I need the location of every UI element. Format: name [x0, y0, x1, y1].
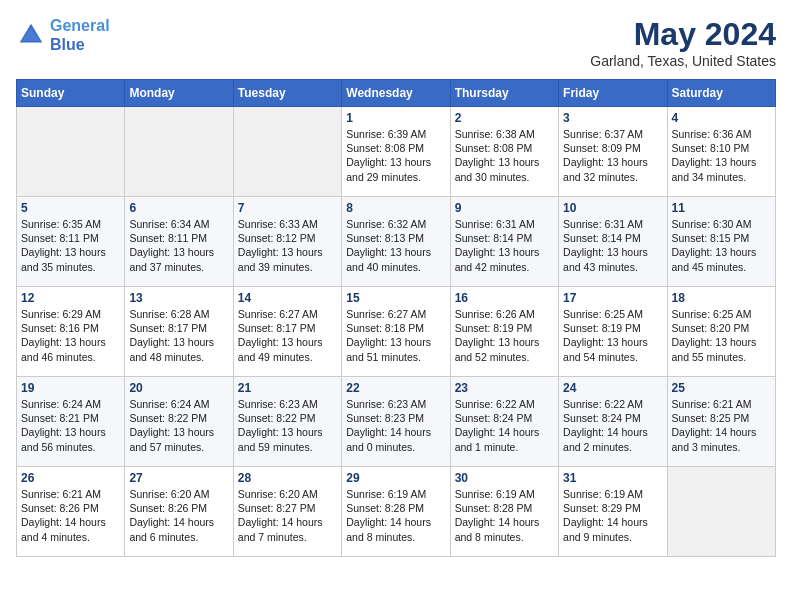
day-cell: 30Sunrise: 6:19 AMSunset: 8:28 PMDayligh…: [450, 467, 558, 557]
week-row-2: 5Sunrise: 6:35 AMSunset: 8:11 PMDaylight…: [17, 197, 776, 287]
day-info: Sunrise: 6:23 AMSunset: 8:23 PMDaylight:…: [346, 397, 445, 454]
day-number: 9: [455, 201, 554, 215]
day-info: Sunrise: 6:25 AMSunset: 8:20 PMDaylight:…: [672, 307, 771, 364]
day-cell: 14Sunrise: 6:27 AMSunset: 8:17 PMDayligh…: [233, 287, 341, 377]
day-cell: 25Sunrise: 6:21 AMSunset: 8:25 PMDayligh…: [667, 377, 775, 467]
day-info: Sunrise: 6:33 AMSunset: 8:12 PMDaylight:…: [238, 217, 337, 274]
day-number: 16: [455, 291, 554, 305]
day-cell: 6Sunrise: 6:34 AMSunset: 8:11 PMDaylight…: [125, 197, 233, 287]
day-number: 15: [346, 291, 445, 305]
week-row-1: 1Sunrise: 6:39 AMSunset: 8:08 PMDaylight…: [17, 107, 776, 197]
day-info: Sunrise: 6:24 AMSunset: 8:21 PMDaylight:…: [21, 397, 120, 454]
logo: General Blue: [16, 16, 110, 54]
day-cell: 22Sunrise: 6:23 AMSunset: 8:23 PMDayligh…: [342, 377, 450, 467]
day-cell: 12Sunrise: 6:29 AMSunset: 8:16 PMDayligh…: [17, 287, 125, 377]
day-cell: 27Sunrise: 6:20 AMSunset: 8:26 PMDayligh…: [125, 467, 233, 557]
day-info: Sunrise: 6:19 AMSunset: 8:29 PMDaylight:…: [563, 487, 662, 544]
calendar-table: SundayMondayTuesdayWednesdayThursdayFrid…: [16, 79, 776, 557]
day-number: 14: [238, 291, 337, 305]
day-number: 11: [672, 201, 771, 215]
day-info: Sunrise: 6:35 AMSunset: 8:11 PMDaylight:…: [21, 217, 120, 274]
day-number: 24: [563, 381, 662, 395]
day-info: Sunrise: 6:31 AMSunset: 8:14 PMDaylight:…: [455, 217, 554, 274]
day-cell: 10Sunrise: 6:31 AMSunset: 8:14 PMDayligh…: [559, 197, 667, 287]
day-number: 19: [21, 381, 120, 395]
day-info: Sunrise: 6:39 AMSunset: 8:08 PMDaylight:…: [346, 127, 445, 184]
day-cell: 31Sunrise: 6:19 AMSunset: 8:29 PMDayligh…: [559, 467, 667, 557]
day-info: Sunrise: 6:36 AMSunset: 8:10 PMDaylight:…: [672, 127, 771, 184]
day-info: Sunrise: 6:19 AMSunset: 8:28 PMDaylight:…: [455, 487, 554, 544]
day-header-tuesday: Tuesday: [233, 80, 341, 107]
day-cell: 7Sunrise: 6:33 AMSunset: 8:12 PMDaylight…: [233, 197, 341, 287]
day-info: Sunrise: 6:24 AMSunset: 8:22 PMDaylight:…: [129, 397, 228, 454]
day-number: 26: [21, 471, 120, 485]
day-number: 3: [563, 111, 662, 125]
day-info: Sunrise: 6:38 AMSunset: 8:08 PMDaylight:…: [455, 127, 554, 184]
day-info: Sunrise: 6:30 AMSunset: 8:15 PMDaylight:…: [672, 217, 771, 274]
day-number: 10: [563, 201, 662, 215]
day-number: 7: [238, 201, 337, 215]
day-info: Sunrise: 6:27 AMSunset: 8:17 PMDaylight:…: [238, 307, 337, 364]
day-info: Sunrise: 6:22 AMSunset: 8:24 PMDaylight:…: [455, 397, 554, 454]
day-info: Sunrise: 6:21 AMSunset: 8:25 PMDaylight:…: [672, 397, 771, 454]
day-cell: [667, 467, 775, 557]
day-number: 2: [455, 111, 554, 125]
day-number: 28: [238, 471, 337, 485]
day-header-sunday: Sunday: [17, 80, 125, 107]
day-info: Sunrise: 6:29 AMSunset: 8:16 PMDaylight:…: [21, 307, 120, 364]
day-cell: 28Sunrise: 6:20 AMSunset: 8:27 PMDayligh…: [233, 467, 341, 557]
day-header-saturday: Saturday: [667, 80, 775, 107]
day-cell: 16Sunrise: 6:26 AMSunset: 8:19 PMDayligh…: [450, 287, 558, 377]
day-info: Sunrise: 6:27 AMSunset: 8:18 PMDaylight:…: [346, 307, 445, 364]
day-info: Sunrise: 6:21 AMSunset: 8:26 PMDaylight:…: [21, 487, 120, 544]
day-number: 30: [455, 471, 554, 485]
day-cell: 17Sunrise: 6:25 AMSunset: 8:19 PMDayligh…: [559, 287, 667, 377]
day-cell: 29Sunrise: 6:19 AMSunset: 8:28 PMDayligh…: [342, 467, 450, 557]
day-info: Sunrise: 6:37 AMSunset: 8:09 PMDaylight:…: [563, 127, 662, 184]
week-row-3: 12Sunrise: 6:29 AMSunset: 8:16 PMDayligh…: [17, 287, 776, 377]
day-info: Sunrise: 6:25 AMSunset: 8:19 PMDaylight:…: [563, 307, 662, 364]
day-number: 31: [563, 471, 662, 485]
page-header: General Blue May 2024 Garland, Texas, Un…: [16, 16, 776, 69]
day-cell: 5Sunrise: 6:35 AMSunset: 8:11 PMDaylight…: [17, 197, 125, 287]
day-header-thursday: Thursday: [450, 80, 558, 107]
calendar-header: SundayMondayTuesdayWednesdayThursdayFrid…: [17, 80, 776, 107]
day-number: 23: [455, 381, 554, 395]
day-cell: 11Sunrise: 6:30 AMSunset: 8:15 PMDayligh…: [667, 197, 775, 287]
day-number: 6: [129, 201, 228, 215]
subtitle: Garland, Texas, United States: [590, 53, 776, 69]
day-number: 27: [129, 471, 228, 485]
day-info: Sunrise: 6:22 AMSunset: 8:24 PMDaylight:…: [563, 397, 662, 454]
day-cell: 9Sunrise: 6:31 AMSunset: 8:14 PMDaylight…: [450, 197, 558, 287]
main-title: May 2024: [590, 16, 776, 53]
day-cell: 15Sunrise: 6:27 AMSunset: 8:18 PMDayligh…: [342, 287, 450, 377]
day-cell: 1Sunrise: 6:39 AMSunset: 8:08 PMDaylight…: [342, 107, 450, 197]
day-cell: 4Sunrise: 6:36 AMSunset: 8:10 PMDaylight…: [667, 107, 775, 197]
day-info: Sunrise: 6:19 AMSunset: 8:28 PMDaylight:…: [346, 487, 445, 544]
day-number: 29: [346, 471, 445, 485]
day-number: 12: [21, 291, 120, 305]
day-number: 18: [672, 291, 771, 305]
day-number: 4: [672, 111, 771, 125]
day-info: Sunrise: 6:20 AMSunset: 8:27 PMDaylight:…: [238, 487, 337, 544]
day-info: Sunrise: 6:32 AMSunset: 8:13 PMDaylight:…: [346, 217, 445, 274]
day-cell: 20Sunrise: 6:24 AMSunset: 8:22 PMDayligh…: [125, 377, 233, 467]
day-number: 17: [563, 291, 662, 305]
day-number: 20: [129, 381, 228, 395]
day-number: 1: [346, 111, 445, 125]
logo-icon: [16, 20, 46, 50]
day-number: 22: [346, 381, 445, 395]
day-cell: 26Sunrise: 6:21 AMSunset: 8:26 PMDayligh…: [17, 467, 125, 557]
day-number: 21: [238, 381, 337, 395]
day-cell: 24Sunrise: 6:22 AMSunset: 8:24 PMDayligh…: [559, 377, 667, 467]
day-cell: 3Sunrise: 6:37 AMSunset: 8:09 PMDaylight…: [559, 107, 667, 197]
day-cell: 13Sunrise: 6:28 AMSunset: 8:17 PMDayligh…: [125, 287, 233, 377]
day-info: Sunrise: 6:26 AMSunset: 8:19 PMDaylight:…: [455, 307, 554, 364]
day-header-wednesday: Wednesday: [342, 80, 450, 107]
day-info: Sunrise: 6:20 AMSunset: 8:26 PMDaylight:…: [129, 487, 228, 544]
day-cell: [17, 107, 125, 197]
day-header-monday: Monday: [125, 80, 233, 107]
title-block: May 2024 Garland, Texas, United States: [590, 16, 776, 69]
day-cell: 21Sunrise: 6:23 AMSunset: 8:22 PMDayligh…: [233, 377, 341, 467]
day-number: 5: [21, 201, 120, 215]
